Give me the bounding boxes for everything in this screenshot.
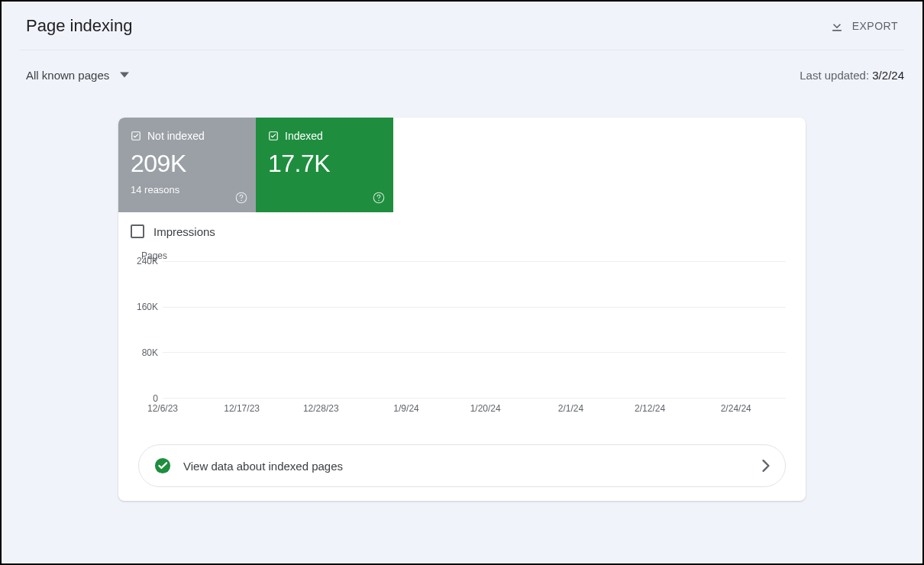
checkbox-checked-icon — [268, 131, 279, 141]
y-tick: 0 — [153, 393, 158, 404]
y-axis-label: Pages — [141, 250, 786, 261]
last-updated-prefix: Last updated: — [800, 69, 872, 82]
tile-indexed-label: Indexed — [285, 130, 323, 142]
impressions-toggle[interactable]: Impressions — [118, 212, 228, 244]
filter-dropdown[interactable]: All known pages — [26, 69, 129, 82]
view-indexed-data-button[interactable]: View data about indexed pages — [138, 444, 786, 487]
summary-tiles: Not indexed 209K 14 reasons Indexed 17.7… — [118, 118, 806, 212]
tile-not-indexed[interactable]: Not indexed 209K 14 reasons — [118, 118, 256, 212]
checkbox-unchecked-icon — [131, 224, 144, 238]
header: Page indexing EXPORT — [20, 2, 904, 50]
filter-label: All known pages — [26, 69, 109, 82]
page-title: Page indexing — [26, 16, 132, 36]
last-updated: Last updated: 3/2/24 — [800, 69, 904, 82]
y-axis: 080K160K240K — [128, 261, 163, 399]
checkbox-checked-icon — [131, 131, 141, 141]
y-tick: 160K — [137, 302, 158, 312]
download-icon — [829, 18, 845, 34]
tile-indexed[interactable]: Indexed 17.7K — [256, 118, 393, 212]
x-axis: 12/6/2312/17/2312/28/231/9/241/20/242/1/… — [163, 403, 786, 417]
view-indexed-data-label: View data about indexed pages — [183, 460, 762, 473]
impressions-label: Impressions — [153, 225, 215, 238]
help-icon[interactable] — [372, 191, 386, 205]
x-tick: 1/20/24 — [470, 403, 501, 414]
chart: Pages 080K160K240K 12/6/2312/17/2312/28/… — [118, 244, 806, 417]
export-button[interactable]: EXPORT — [829, 18, 904, 34]
last-updated-date: 3/2/24 — [872, 69, 904, 82]
x-tick: 2/24/24 — [721, 403, 751, 414]
tile-indexed-value: 17.7K — [268, 150, 381, 178]
export-label: EXPORT — [852, 20, 898, 32]
tile-not-indexed-value: 209K — [131, 150, 244, 178]
svg-point-5 — [378, 200, 380, 202]
tile-not-indexed-label: Not indexed — [147, 130, 205, 142]
y-tick: 240K — [137, 256, 158, 266]
x-tick: 1/9/24 — [393, 403, 418, 414]
y-tick: 80K — [142, 347, 158, 358]
check-circle-icon — [154, 457, 171, 474]
x-tick: 2/1/24 — [558, 403, 583, 414]
help-icon[interactable] — [234, 191, 248, 205]
chart-plot[interactable] — [163, 261, 786, 399]
svg-point-2 — [241, 200, 242, 202]
tile-not-indexed-sub: 14 reasons — [131, 184, 244, 195]
x-tick: 12/6/23 — [147, 403, 178, 414]
x-tick: 12/17/23 — [224, 403, 260, 414]
x-tick: 12/28/23 — [303, 403, 339, 414]
chevron-down-icon — [120, 70, 129, 79]
chevron-right-icon — [762, 460, 770, 472]
sub-header: All known pages Last updated: 3/2/24 — [20, 53, 904, 96]
chart-bars — [163, 261, 786, 398]
x-tick: 2/12/24 — [635, 403, 665, 414]
indexing-card: Not indexed 209K 14 reasons Indexed 17.7… — [118, 118, 806, 501]
